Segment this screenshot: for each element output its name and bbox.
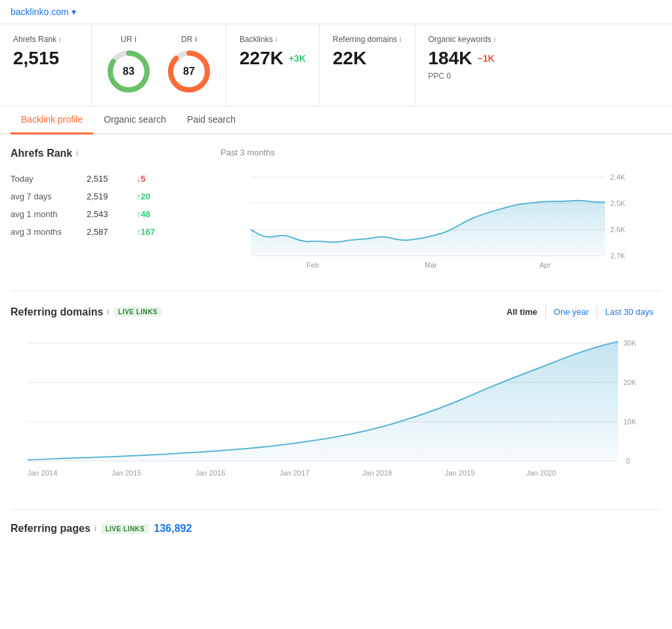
svg-text:Jan 2018: Jan 2018 (362, 469, 392, 477)
svg-text:Jan 2017: Jan 2017 (280, 469, 309, 477)
organic-keywords-info-icon[interactable]: i (494, 35, 495, 43)
metric-referring-domains: Referring domains i 22K (320, 24, 415, 106)
rank-change-today: ↓5 (136, 174, 146, 184)
svg-text:Jan 2016: Jan 2016 (196, 469, 225, 477)
rank-table: Today 2,515 ↓5 avg 7 days 2,519 ↑20 avg … (10, 170, 194, 241)
svg-text:2.5K: 2.5K (610, 199, 625, 207)
chart-period-label: Past 3 months (220, 148, 662, 157)
ahrefs-rank-info-icon[interactable]: i (59, 35, 60, 43)
dr-info-icon[interactable]: i (195, 35, 197, 44)
svg-text:Feb: Feb (306, 261, 319, 269)
tab-organic-search[interactable]: Organic search (93, 106, 177, 134)
referring-domains-info-icon[interactable]: i (400, 35, 401, 43)
domain-caret-icon: ▾ (72, 7, 76, 17)
svg-text:20K: 20K (623, 378, 637, 386)
svg-text:Jan 2020: Jan 2020 (526, 469, 556, 477)
svg-text:2.4K: 2.4K (610, 173, 625, 181)
ahrefs-rank-chart: 2.4K 2.5K 2.6K 2.7K Feb Mar Apr (220, 164, 662, 271)
ur-value: 83 (123, 66, 135, 77)
ahrefs-rank-label: Ahrefs Rank i (13, 35, 78, 44)
svg-text:Mar: Mar (425, 261, 437, 269)
rank-change-3months: ↑167 (136, 227, 155, 237)
referring-domains-section: Referring domains i LIVE LINKS All time … (10, 304, 662, 489)
organic-keywords-label: Organic keywords i (429, 35, 496, 44)
dr-value: 87 (183, 66, 195, 77)
ref-pages-live-links-badge: LIVE LINKS (101, 524, 148, 534)
rank-row-7days: avg 7 days 2,519 ↑20 (10, 188, 194, 205)
rank-change-1month: ↑48 (136, 209, 150, 219)
domain-selector[interactable]: backlinko.com ▾ (10, 7, 662, 17)
ahrefs-rank-layout: Ahrefs Rank i Today 2,515 ↓5 avg 7 days … (10, 148, 662, 271)
ur-label: UR i (121, 35, 136, 44)
ur-donut: 83 (105, 48, 152, 95)
tab-backlink-profile[interactable]: Backlink profile (10, 106, 93, 134)
rd-live-links-badge: LIVE LINKS (114, 307, 161, 317)
referring-domains-value: 22K (333, 48, 402, 69)
ahrefs-rank-section: Ahrefs Rank i Today 2,515 ↓5 avg 7 days … (10, 148, 662, 271)
rank-row-1month: avg 1 month 2,543 ↑48 (10, 205, 194, 223)
rd-time-filters: All time One year Last 30 days (499, 304, 662, 319)
metric-ahrefs-rank: Ahrefs Rank i 2,515 (0, 24, 92, 106)
svg-text:2.7K: 2.7K (610, 252, 625, 260)
section-divider-2 (10, 509, 662, 510)
dr-donut: 87 (165, 48, 213, 95)
organic-keywords-sub: PPC 0 (429, 71, 496, 81)
svg-text:Jan 2015: Jan 2015 (112, 469, 141, 477)
rd-chart-svg: 30K 20K 10K 0 Jan 2014 Jan 2015 Jan 2016… (10, 330, 662, 487)
referring-pages-row: Referring pages i LIVE LINKS 136,892 (10, 523, 662, 535)
svg-text:Jan 2014: Jan 2014 (28, 469, 57, 477)
svg-text:Jan 2019: Jan 2019 (445, 469, 474, 477)
metric-backlinks: Backlinks i 227K +3K (226, 24, 320, 106)
metric-organic-keywords: Organic keywords i 184K −1K PPC 0 (415, 24, 509, 106)
domain-text: backlinko.com (10, 7, 69, 17)
filter-one-year[interactable]: One year (545, 304, 597, 319)
backlinks-info-icon[interactable]: i (276, 35, 277, 43)
rd-title-area: Referring domains i LIVE LINKS (10, 306, 161, 318)
svg-text:10K: 10K (623, 418, 637, 426)
organic-keywords-value: 184K −1K (429, 48, 496, 69)
ur-wrapper: UR i 83 (105, 35, 152, 95)
section-divider-1 (10, 291, 662, 291)
rank-row-3months: avg 3 months 2,587 ↑167 (10, 223, 194, 241)
rank-row-today: Today 2,515 ↓5 (10, 170, 194, 188)
ahrefs-rank-value: 2,515 (13, 48, 78, 69)
tab-paid-search[interactable]: Paid search (177, 106, 246, 134)
ref-pages-value: 136,892 (154, 523, 192, 535)
backlinks-label: Backlinks i (240, 35, 306, 44)
ur-info-icon[interactable]: i (135, 35, 136, 44)
ref-pages-title: Referring pages i (10, 523, 96, 535)
ahrefs-rank-chart-svg: 2.4K 2.5K 2.6K 2.7K Feb Mar Apr (220, 164, 662, 269)
ahrefs-rank-left: Ahrefs Rank i Today 2,515 ↓5 avg 7 days … (10, 148, 194, 271)
top-bar: backlinko.com ▾ (0, 0, 672, 24)
ur-dr-cell: UR i 83 DR i 87 (92, 24, 226, 106)
referring-domains-chart: 30K 20K 10K 0 Jan 2014 Jan 2015 Jan 2016… (10, 330, 662, 489)
organic-keywords-change: −1K (477, 53, 494, 64)
backlinks-change: +3K (289, 53, 306, 64)
svg-text:Apr: Apr (539, 261, 551, 269)
filter-all-time[interactable]: All time (499, 304, 545, 319)
svg-text:2.6K: 2.6K (610, 226, 625, 233)
main-content: Ahrefs Rank i Today 2,515 ↓5 avg 7 days … (0, 134, 672, 548)
rd-section-title: Referring domains i (10, 306, 109, 318)
tabs-row: Backlink profile Organic search Paid sea… (0, 106, 672, 134)
dr-wrapper: DR i 87 (165, 35, 213, 95)
ahrefs-rank-right: Past 3 months 2.4K 2.5K 2.6K 2.7K (220, 148, 662, 271)
svg-text:30K: 30K (623, 339, 637, 347)
ahrefs-rank-section-info-icon[interactable]: i (76, 149, 78, 158)
dr-label: DR i (181, 35, 197, 44)
filter-last-30-days[interactable]: Last 30 days (597, 304, 662, 319)
svg-text:0: 0 (626, 457, 630, 465)
backlinks-value: 227K +3K (240, 48, 306, 69)
rd-header: Referring domains i LIVE LINKS All time … (10, 304, 662, 319)
ahrefs-rank-section-title: Ahrefs Rank i (10, 148, 194, 159)
metrics-row: Ahrefs Rank i 2,515 UR i 83 DR (0, 24, 672, 106)
rd-info-icon[interactable]: i (107, 308, 109, 317)
referring-domains-label: Referring domains i (333, 35, 402, 44)
rank-change-7days: ↑20 (136, 192, 150, 201)
ref-pages-info-icon[interactable]: i (94, 524, 96, 533)
